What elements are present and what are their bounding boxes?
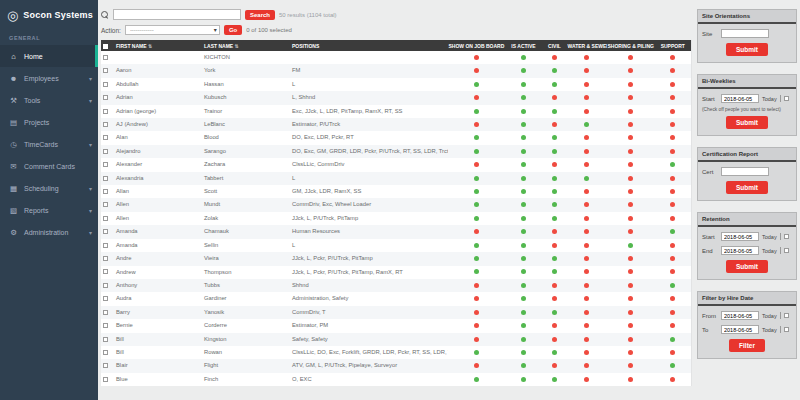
status-cell (607, 145, 655, 158)
status-cell (448, 91, 505, 104)
sidebar-item-home[interactable]: ⌂Home (0, 45, 98, 67)
status-dot-green (670, 229, 675, 234)
row-checkbox[interactable] (103, 109, 108, 114)
retention-start-input[interactable] (721, 232, 759, 241)
row-checkbox[interactable] (103, 243, 108, 248)
status-cell (607, 172, 655, 185)
sidebar-item-scheduling[interactable]: ▦Scheduling▾ (0, 177, 98, 199)
today-checkbox[interactable] (784, 248, 789, 253)
row-checkbox[interactable] (103, 269, 108, 274)
sort-icon[interactable]: ⇅ (148, 43, 152, 49)
status-dot-green (521, 243, 526, 248)
row-checkbox[interactable] (103, 176, 108, 181)
col-last-name[interactable]: LAST NAME ⇅ (202, 40, 290, 51)
row-checkbox[interactable] (103, 296, 108, 301)
sidebar-item-employees[interactable]: ☻Employees▾ (0, 67, 98, 89)
status-dot-red (670, 310, 675, 315)
status-cell (607, 158, 655, 171)
today-checkbox[interactable] (784, 327, 789, 332)
submit-button[interactable]: Submit (726, 260, 768, 273)
row-checkbox[interactable] (103, 82, 108, 87)
status-dot-red (552, 323, 557, 328)
select-all-checkbox[interactable] (103, 44, 108, 49)
submit-button[interactable]: Submit (726, 181, 768, 194)
site-orientations-site-input[interactable] (721, 29, 769, 38)
retention-end-input[interactable] (721, 246, 759, 255)
row-checkbox[interactable] (103, 283, 108, 288)
row-checkbox[interactable] (103, 95, 108, 100)
row-checkbox[interactable] (103, 350, 108, 355)
go-button[interactable]: Go (224, 25, 242, 35)
sort-icon[interactable]: ⇅ (235, 43, 239, 49)
status-cell (567, 212, 607, 225)
submit-button[interactable]: Submit (726, 43, 768, 56)
status-dot-red (628, 149, 633, 154)
row-checkbox[interactable] (103, 216, 108, 221)
checkbox-cell (101, 172, 114, 185)
sidebar-item-administration[interactable]: ⚙Administration▾ (0, 221, 98, 243)
row-checkbox[interactable] (103, 122, 108, 127)
table-header-row: FIRST NAME ⇅ LAST NAME ⇅ POSITIONS SHOW … (101, 40, 692, 51)
today-checkbox[interactable] (784, 96, 789, 101)
row-checkbox[interactable] (103, 256, 108, 261)
row-checkbox[interactable] (103, 68, 108, 73)
today-checkbox[interactable] (784, 313, 789, 318)
bi-weeklies-start-input[interactable] (721, 94, 759, 103)
search-button[interactable]: Search (245, 10, 275, 20)
row-checkbox[interactable] (103, 337, 108, 342)
status-dot-red (670, 149, 675, 154)
sidebar-item-timecards[interactable]: ◷TimeCards▾ (0, 133, 98, 155)
status-cell (607, 266, 655, 279)
status-dot-red (670, 189, 675, 194)
search-input[interactable] (113, 9, 241, 20)
status-dot-green (521, 337, 526, 342)
panel-title: Site Orientations (698, 10, 796, 24)
filter-by-hire-date-from-input[interactable] (721, 311, 759, 320)
certification-report-cert-input[interactable] (721, 167, 769, 176)
row-checkbox[interactable] (103, 229, 108, 234)
row-checkbox[interactable] (103, 202, 108, 207)
submit-button[interactable]: Submit (726, 116, 768, 129)
status-dot-red (628, 109, 633, 114)
sidebar-item-reports[interactable]: ▧Reports▾ (0, 199, 98, 221)
table-row: AnthonyTubbsShhnd (101, 279, 692, 292)
col-first-name[interactable]: FIRST NAME ⇅ (114, 40, 202, 51)
row-checkbox[interactable] (103, 377, 108, 382)
status-dot-red (628, 189, 633, 194)
status-dot-green (474, 243, 479, 248)
row-checkbox[interactable] (103, 149, 108, 154)
sidebar-item-projects[interactable]: ▤Projects (0, 111, 98, 133)
row-checkbox[interactable] (103, 162, 108, 167)
row-checkbox[interactable] (103, 323, 108, 328)
status-dot-green (474, 135, 479, 140)
checkbox-cell (101, 266, 114, 279)
row-checkbox[interactable] (103, 135, 108, 140)
last-name-cell: Gardiner (202, 292, 290, 305)
first-name-cell: Aaron (114, 64, 202, 77)
checkbox-cell (101, 105, 114, 118)
status-dot-red (628, 216, 633, 221)
last-name-cell: Chamauk (202, 225, 290, 238)
status-cell (543, 279, 567, 292)
action-select[interactable]: ------------ ▾ (125, 25, 220, 35)
status-cell (448, 239, 505, 252)
field-row: StartToday (702, 232, 792, 241)
row-checkbox[interactable] (103, 363, 108, 368)
status-cell (567, 158, 607, 171)
row-checkbox[interactable] (103, 55, 108, 60)
row-checkbox[interactable] (103, 310, 108, 315)
col-support: SUPPORT (655, 40, 692, 51)
status-cell (543, 252, 567, 265)
checkbox-cell (101, 359, 114, 372)
filter-button[interactable]: Filter (729, 339, 765, 352)
sidebar-item-comment-cards[interactable]: ✉Comment Cards (0, 155, 98, 177)
status-dot-green (521, 202, 526, 207)
status-cell (655, 145, 692, 158)
status-cell (448, 145, 505, 158)
field-label: To (702, 327, 718, 333)
today-checkbox[interactable] (784, 234, 789, 239)
row-checkbox[interactable] (103, 189, 108, 194)
sidebar-item-tools[interactable]: ⚒Tools▾ (0, 89, 98, 111)
filter-by-hire-date-to-input[interactable] (721, 325, 759, 334)
last-name-cell: Zachara (202, 158, 290, 171)
